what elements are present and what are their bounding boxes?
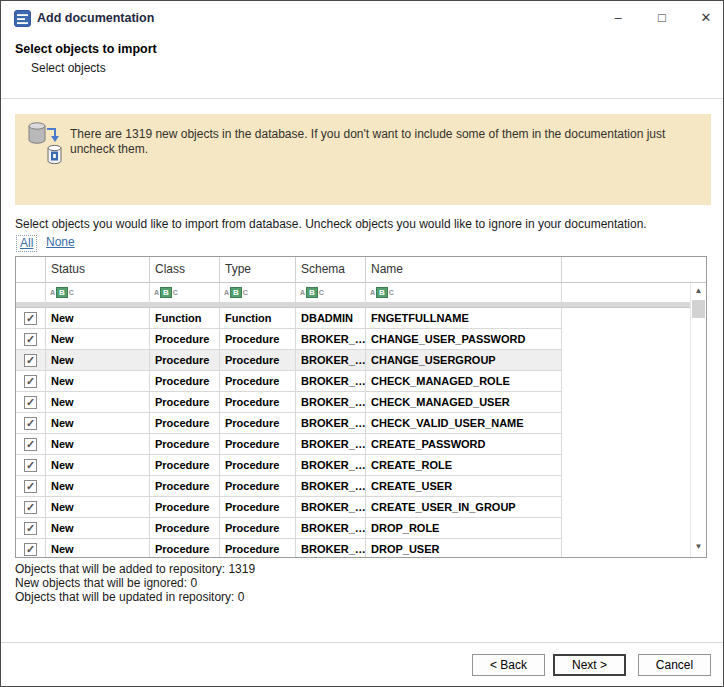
row-filler-cell — [562, 308, 567, 329]
text-filter-icon: ABC — [370, 287, 394, 298]
row-filler-cell — [562, 434, 567, 455]
cell-class: Procedure — [150, 329, 220, 350]
column-header-status[interactable]: Status — [46, 257, 150, 283]
close-button[interactable]: ✕ — [689, 3, 723, 33]
filter-cell-name[interactable]: ABC — [366, 283, 562, 302]
filter-cell-status[interactable]: ABC — [46, 283, 150, 302]
cell-type: Function — [220, 308, 296, 329]
filter-cell-type[interactable]: ABC — [220, 283, 296, 302]
row-checkbox[interactable]: ✓ — [24, 438, 37, 451]
row-checkbox[interactable]: ✓ — [24, 522, 37, 535]
row-filler-cell — [562, 413, 567, 434]
table-row[interactable]: ✓NewProcedureProcedureBROKER_…CHECK_MANA… — [16, 392, 706, 413]
summary-added: Objects that will be added to repository… — [15, 562, 255, 576]
cell-name: CHECK_VALID_USER_NAME — [366, 413, 562, 434]
cell-schema: BROKER_… — [296, 413, 366, 434]
table-row[interactable]: ✓NewProcedureProcedureBROKER_…CHANGE_USE… — [16, 350, 706, 371]
cell-status: New — [46, 371, 150, 392]
cell-type: Procedure — [220, 455, 296, 476]
row-checkbox-cell: ✓ — [16, 476, 46, 497]
row-filler-cell — [562, 497, 567, 518]
cell-name: DROP_USER — [366, 539, 562, 558]
row-checkbox[interactable]: ✓ — [24, 459, 37, 472]
text-filter-icon: ABC — [50, 287, 74, 298]
row-filler-cell — [562, 518, 567, 539]
maximize-button[interactable]: □ — [645, 3, 679, 33]
summary-ignored: New objects that will be ignored: 0 — [15, 576, 197, 590]
cell-type: Procedure — [220, 497, 296, 518]
scroll-up-icon[interactable]: ▲ — [691, 283, 706, 299]
column-header-class[interactable]: Class — [150, 257, 220, 283]
cell-name: CREATE_USER — [366, 476, 562, 497]
row-checkbox-cell: ✓ — [16, 371, 46, 392]
text-filter-icon: ABC — [154, 287, 178, 298]
select-all-link[interactable]: All — [16, 235, 37, 252]
instruction-text: Select objects you would like to import … — [15, 217, 647, 231]
row-checkbox[interactable]: ✓ — [24, 396, 37, 409]
scroll-down-icon[interactable]: ▼ — [691, 539, 706, 555]
column-header-name[interactable]: Name — [366, 257, 562, 283]
window-title: Add documentation — [37, 11, 154, 25]
table-row[interactable]: ✓NewProcedureProcedureBROKER_…CHANGE_USE… — [16, 329, 706, 350]
row-checkbox-cell: ✓ — [16, 392, 46, 413]
select-none-link[interactable]: None — [46, 235, 75, 249]
cell-class: Procedure — [150, 539, 220, 558]
column-header-schema[interactable]: Schema — [296, 257, 366, 283]
info-banner: There are 1319 new objects in the databa… — [15, 114, 711, 205]
database-import-icon — [25, 120, 65, 168]
table-row[interactable]: ✓NewProcedureProcedureBROKER_…CHECK_VALI… — [16, 413, 706, 434]
text-filter-icon: ABC — [300, 287, 324, 298]
cell-name: CREATE_ROLE — [366, 455, 562, 476]
row-filler-cell — [562, 455, 567, 476]
cell-class: Procedure — [150, 455, 220, 476]
text-filter-icon: ABC — [224, 287, 248, 298]
table-row[interactable]: ✓NewProcedureProcedureBROKER_…CREATE_USE… — [16, 497, 706, 518]
cell-schema: DBADMIN — [296, 308, 366, 329]
filter-cell-schema[interactable]: ABC — [296, 283, 366, 302]
row-checkbox[interactable]: ✓ — [24, 543, 37, 556]
cell-schema: BROKER_… — [296, 497, 366, 518]
cell-status: New — [46, 308, 150, 329]
table-row[interactable]: ✓NewProcedureProcedureBROKER_…CREATE_PAS… — [16, 434, 706, 455]
table-row[interactable]: ✓NewProcedureProcedureBROKER_…CREATE_USE… — [16, 476, 706, 497]
row-filler-cell — [562, 392, 567, 413]
cell-schema: BROKER_… — [296, 434, 366, 455]
cell-name: DROP_ROLE — [366, 518, 562, 539]
table-row[interactable]: ✓NewProcedureProcedureBROKER_…DROP_ROLE — [16, 518, 706, 539]
table-row[interactable]: ✓NewFunctionFunctionDBADMINFNGETFULLNAME — [16, 308, 706, 329]
row-checkbox[interactable]: ✓ — [24, 501, 37, 514]
wizard-subheading: Select objects — [31, 61, 106, 75]
row-checkbox[interactable]: ✓ — [24, 375, 37, 388]
row-filler-cell — [562, 371, 567, 392]
row-checkbox[interactable]: ✓ — [24, 417, 37, 430]
cell-status: New — [46, 455, 150, 476]
cell-status: New — [46, 539, 150, 558]
column-header-type[interactable]: Type — [220, 257, 296, 283]
row-checkbox[interactable]: ✓ — [24, 333, 37, 346]
vertical-scrollbar[interactable]: ▲ ▼ — [690, 283, 706, 557]
row-checkbox[interactable]: ✓ — [24, 312, 37, 325]
cell-class: Procedure — [150, 518, 220, 539]
filter-cell-class[interactable]: ABC — [150, 283, 220, 302]
summary-updated: Objects that will be updated in reposito… — [15, 590, 244, 604]
cell-status: New — [46, 329, 150, 350]
next-button[interactable]: Next > — [553, 654, 626, 676]
cell-schema: BROKER_… — [296, 350, 366, 371]
cell-class: Procedure — [150, 371, 220, 392]
table-row[interactable]: ✓NewProcedureProcedureBROKER_…CREATE_ROL… — [16, 455, 706, 476]
row-checkbox[interactable]: ✓ — [24, 480, 37, 493]
table-row[interactable]: ✓NewProcedureProcedureBROKER_…DROP_USER — [16, 539, 706, 558]
table-header-row: Status Class Type Schema Name — [16, 257, 706, 283]
cell-class: Procedure — [150, 434, 220, 455]
cell-schema: BROKER_… — [296, 329, 366, 350]
row-checkbox-cell: ✓ — [16, 413, 46, 434]
minimize-button[interactable]: – — [601, 3, 635, 33]
row-checkbox-cell: ✓ — [16, 308, 46, 329]
scrollbar-thumb[interactable] — [692, 300, 705, 318]
table-row[interactable]: ✓NewProcedureProcedureBROKER_…CHECK_MANA… — [16, 371, 706, 392]
header-checkbox-column — [16, 257, 46, 283]
back-button[interactable]: < Back — [472, 654, 545, 676]
cancel-button[interactable]: Cancel — [638, 654, 711, 676]
cell-status: New — [46, 476, 150, 497]
row-checkbox[interactable]: ✓ — [24, 354, 37, 367]
